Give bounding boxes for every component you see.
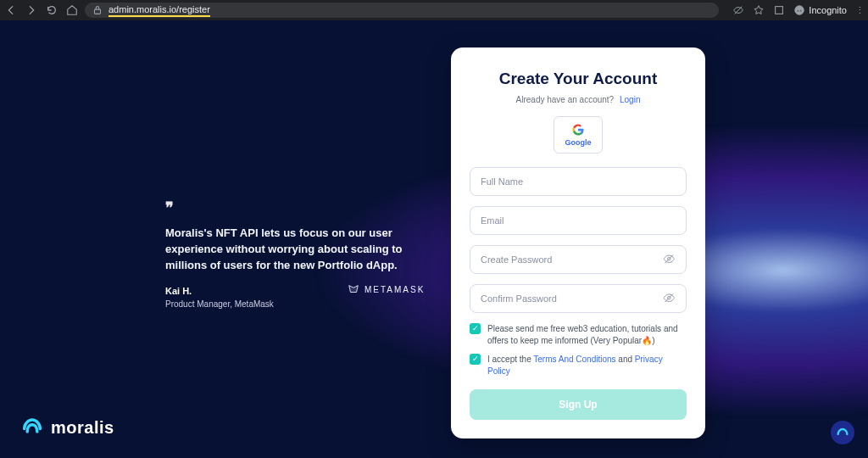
marketing-consent-row[interactable]: ✓ Please send me free web3 education, tu… xyxy=(470,323,687,347)
url-bar[interactable]: admin.moralis.io/register xyxy=(85,3,719,18)
email-field[interactable] xyxy=(470,206,687,235)
login-link[interactable]: Login xyxy=(620,95,640,104)
incognito-label: Incognito xyxy=(809,5,847,15)
confirm-password-field[interactable] xyxy=(470,284,687,313)
forward-icon[interactable] xyxy=(25,4,37,16)
password-input[interactable] xyxy=(481,254,658,265)
reload-icon[interactable] xyxy=(46,4,58,16)
full-name-input[interactable] xyxy=(481,176,676,187)
moralis-icon xyxy=(20,414,44,441)
marketing-consent-label: Please send me free web3 education, tuto… xyxy=(487,323,687,347)
brand-wordmark: moralis xyxy=(51,418,114,438)
marketing-consent-checkbox[interactable]: ✓ xyxy=(470,323,481,334)
svg-point-5 xyxy=(800,10,802,12)
full-name-field[interactable] xyxy=(470,167,687,196)
confirm-password-input[interactable] xyxy=(481,293,658,304)
lock-icon xyxy=(92,4,103,16)
incognito-icon xyxy=(793,4,805,16)
brand-logo[interactable]: moralis xyxy=(20,414,114,441)
google-label: Google xyxy=(565,138,592,147)
url-text: admin.moralis.io/register xyxy=(108,4,210,17)
testimonial-quote: Moralis's NFT API lets us focus on our u… xyxy=(165,226,411,274)
signup-title: Create Your Account xyxy=(470,70,687,88)
page: ❞ Moralis's NFT API lets us focus on our… xyxy=(0,20,868,458)
bookmark-star-icon[interactable] xyxy=(753,4,765,16)
testimonial-author-title: Product Manager, MetaMask xyxy=(165,299,411,309)
svg-rect-0 xyxy=(95,9,101,14)
incognito-badge[interactable]: Incognito xyxy=(793,4,847,16)
google-icon xyxy=(572,124,584,136)
signup-button[interactable]: Sign Up xyxy=(470,389,687,420)
partner-badge: METAMASK xyxy=(348,283,425,295)
terms-accept-label: I accept the Terms And Conditions and Pr… xyxy=(487,354,687,377)
kebab-menu-icon[interactable]: ⋮ xyxy=(855,5,863,16)
eye-off-icon[interactable] xyxy=(732,4,744,16)
testimonial-block: ❞ Moralis's NFT API lets us focus on our… xyxy=(165,198,411,309)
partner-label: METAMASK xyxy=(364,285,425,294)
signup-card: Create Your Account Already have an acco… xyxy=(451,47,705,438)
home-icon[interactable] xyxy=(66,4,78,16)
help-fab[interactable] xyxy=(831,421,854,444)
password-visibility-icon[interactable] xyxy=(663,253,676,266)
metamask-icon xyxy=(348,283,359,295)
terms-accept-checkbox[interactable]: ✓ xyxy=(470,354,481,365)
svg-point-4 xyxy=(798,10,799,12)
terms-accept-row[interactable]: ✓ I accept the Terms And Conditions and … xyxy=(470,354,687,377)
signup-subtitle: Already have an account? Login xyxy=(470,95,687,104)
svg-rect-2 xyxy=(776,7,783,14)
extensions-icon[interactable] xyxy=(773,4,785,16)
email-input[interactable] xyxy=(481,215,676,226)
terms-link[interactable]: Terms And Conditions xyxy=(533,355,615,364)
back-icon[interactable] xyxy=(5,4,17,16)
browser-chrome: admin.moralis.io/register Incognito ⋮ xyxy=(0,0,868,20)
password-field[interactable] xyxy=(470,245,687,274)
svg-point-3 xyxy=(795,6,804,15)
quote-icon: ❞ xyxy=(165,198,411,217)
moralis-mark-icon xyxy=(836,426,849,439)
confirm-visibility-icon[interactable] xyxy=(663,292,676,305)
google-signin-button[interactable]: Google xyxy=(554,116,603,154)
